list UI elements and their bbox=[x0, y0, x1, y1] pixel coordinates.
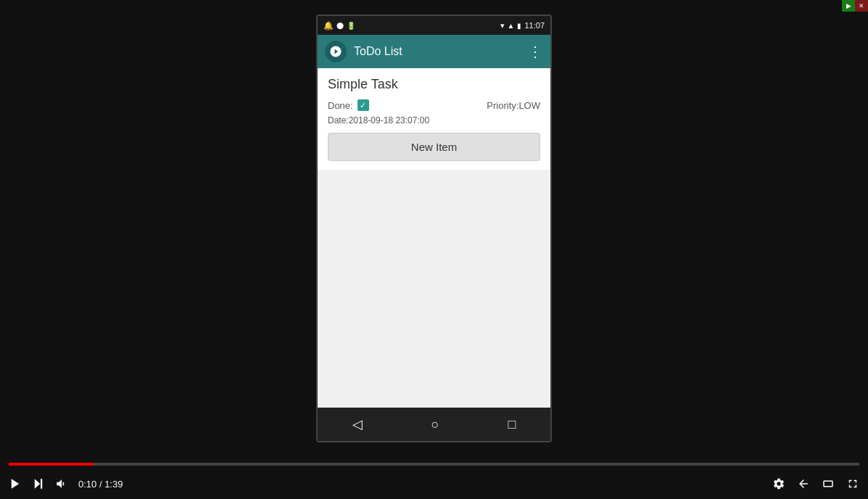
done-checkbox[interactable] bbox=[357, 99, 369, 111]
clock: 11:07 bbox=[524, 21, 545, 30]
fullscreen-icon bbox=[846, 477, 859, 490]
miniplayer-button[interactable] bbox=[797, 477, 810, 490]
volume-button[interactable] bbox=[55, 477, 68, 490]
progress-fill bbox=[9, 463, 94, 466]
svg-rect-2 bbox=[41, 479, 42, 489]
video-area: ▶ ✕ 🔔 ⬤ 🔋 ▾ ▲ ▮ 11:07 bbox=[0, 0, 868, 457]
progress-bar[interactable] bbox=[9, 463, 859, 466]
task-done-row: Done: bbox=[328, 99, 369, 111]
bottom-nav: ◁ ○ □ bbox=[318, 408, 550, 441]
next-button[interactable] bbox=[32, 477, 45, 490]
done-label: Done: bbox=[328, 100, 353, 111]
task-priority: Priority:LOW bbox=[487, 100, 540, 111]
theater-icon bbox=[822, 477, 835, 490]
back-button[interactable]: ◁ bbox=[352, 416, 363, 432]
next-icon bbox=[32, 477, 45, 490]
fullscreen-button[interactable] bbox=[846, 477, 859, 490]
svg-marker-1 bbox=[35, 479, 41, 489]
controls-left: 0:10 / 1:39 bbox=[9, 477, 123, 490]
miniplayer-icon bbox=[797, 477, 810, 490]
play-button[interactable] bbox=[9, 477, 22, 490]
play-icon bbox=[9, 477, 22, 490]
signal-icon: ▲ bbox=[508, 22, 515, 30]
circle-icon: ⬤ bbox=[336, 22, 344, 29]
controls-row: 0:10 / 1:39 bbox=[9, 469, 859, 499]
svg-marker-0 bbox=[12, 479, 20, 489]
controls-right bbox=[772, 477, 859, 490]
mini-play-button[interactable]: ▶ bbox=[842, 0, 855, 12]
phone-frame: 🔔 ⬤ 🔋 ▾ ▲ ▮ 11:07 ToDo List ⋮ bbox=[316, 15, 552, 442]
settings-icon bbox=[772, 477, 785, 490]
wifi-icon: ▾ bbox=[500, 21, 505, 30]
recents-button[interactable]: □ bbox=[508, 417, 516, 432]
video-controls: 0:10 / 1:39 bbox=[0, 457, 868, 499]
app-toolbar: ToDo List ⋮ bbox=[318, 35, 550, 68]
volume-icon bbox=[55, 477, 68, 490]
app-title: ToDo List bbox=[354, 45, 528, 58]
battery-low-icon: 🔋 bbox=[347, 22, 355, 30]
task-date: Date:2018-09-18 23:07:00 bbox=[328, 115, 540, 125]
overflow-menu-button[interactable]: ⋮ bbox=[528, 43, 543, 60]
new-item-button[interactable]: New Item bbox=[328, 133, 540, 161]
status-bar-left: 🔔 ⬤ 🔋 bbox=[323, 21, 355, 30]
task-card: Simple Task Done: Priority:LOW Date:2018… bbox=[318, 68, 550, 170]
todo-icon bbox=[329, 45, 342, 58]
time-display: 0:10 / 1:39 bbox=[78, 479, 123, 490]
task-title: Simple Task bbox=[328, 77, 540, 92]
mini-close-button[interactable]: ✕ bbox=[855, 0, 868, 12]
app-icon bbox=[325, 41, 347, 62]
theater-button[interactable] bbox=[822, 477, 835, 490]
notification-icon: 🔔 bbox=[323, 21, 334, 30]
battery-icon: ▮ bbox=[517, 22, 521, 30]
task-meta: Done: Priority:LOW bbox=[328, 99, 540, 111]
status-bar-right: ▾ ▲ ▮ 11:07 bbox=[500, 21, 545, 30]
settings-button[interactable] bbox=[772, 477, 785, 490]
home-button[interactable]: ○ bbox=[431, 417, 439, 432]
status-bar: 🔔 ⬤ 🔋 ▾ ▲ ▮ 11:07 bbox=[318, 16, 550, 35]
app-content: Simple Task Done: Priority:LOW Date:2018… bbox=[318, 68, 550, 408]
